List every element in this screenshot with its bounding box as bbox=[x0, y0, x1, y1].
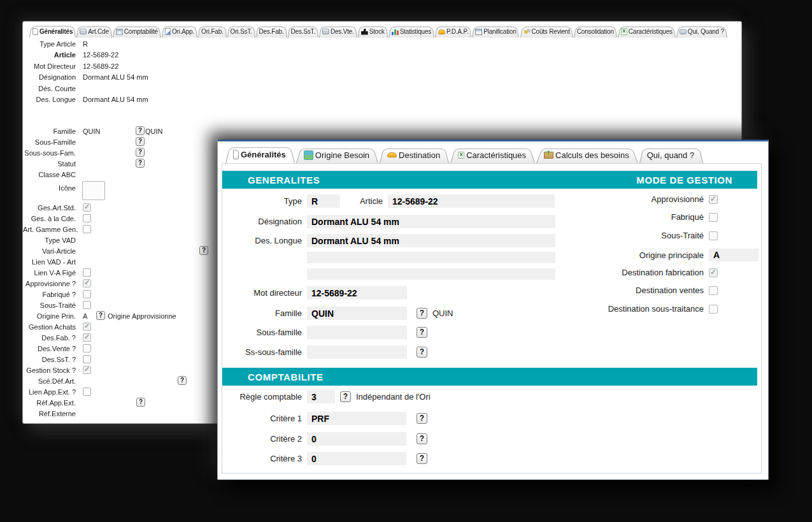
critere-2-help-button[interactable]: ? bbox=[417, 433, 427, 444]
besoin-tab-caract-ristiques[interactable]: Caractéristiques bbox=[450, 147, 535, 163]
mode-row-sous-trait: Sous-Traité bbox=[485, 231, 718, 240]
tab-label: Ori.Fab. bbox=[201, 28, 224, 35]
sous-sous-fam-help-button[interactable]: ? bbox=[136, 148, 145, 157]
field-row-d-signation: DésignationDormant ALU 54 mm bbox=[23, 72, 148, 83]
section-title-generalites: GENERALITES bbox=[248, 175, 320, 185]
besoin-tab-calculs-des-besoins[interactable]: Calculs des besoins bbox=[536, 147, 638, 163]
ss-sous-famille-help-button[interactable]: ? bbox=[417, 347, 427, 358]
article-tab-des-vte[interactable]: Des.Vte. bbox=[319, 25, 357, 38]
article-tab-comptabilit[interactable]: Comptabilité bbox=[113, 25, 161, 38]
field-row-statut: Statut? bbox=[23, 158, 101, 169]
des-fab-checkbox[interactable] bbox=[83, 333, 91, 342]
fabriqu-checkbox[interactable] bbox=[709, 213, 718, 222]
r-f-externe-label: Réf.Externe bbox=[23, 410, 76, 417]
article-tab-art-cde[interactable]: Art.Cde bbox=[76, 25, 112, 38]
besoin-window-tabbar: GénéralitésOrigine BesoinDestinationCara… bbox=[225, 145, 704, 163]
art-gamme-gen-checkbox[interactable] bbox=[83, 225, 91, 233]
besoin-tab-g-n-ralit-s[interactable]: Généralités bbox=[225, 145, 295, 163]
des-sst-checkbox[interactable] bbox=[83, 355, 91, 363]
sous-sous-fam-label: Sous-sous-Fam. bbox=[23, 149, 76, 157]
fabriqu-checkbox[interactable] bbox=[83, 290, 91, 298]
article-tab-statistiques[interactable]: Statistiques bbox=[388, 25, 434, 38]
origine-prin-help-button[interactable]: ? bbox=[96, 311, 105, 320]
statut-help-button[interactable]: ? bbox=[136, 159, 145, 168]
gestion-stock-checkbox[interactable] bbox=[83, 366, 91, 374]
sous-trait-checkbox[interactable] bbox=[83, 301, 91, 309]
article-tab-p-d-a-p[interactable]: P.D.A.P. bbox=[435, 25, 471, 38]
field-row-ges-la-cde: Ges. à la Cde. bbox=[23, 213, 91, 224]
sous-famille-help-button[interactable]: ? bbox=[417, 327, 427, 338]
article-tab-planification[interactable]: Planification bbox=[472, 25, 519, 38]
origine-principale-field[interactable]: A bbox=[709, 249, 759, 261]
sous-famille-label: Sous-Famille bbox=[23, 138, 76, 146]
sc-d-f-art-help-button[interactable]: ? bbox=[178, 376, 187, 385]
article-flags-fields: Ges.Art.Std.Ges. à la Cde.Art. Gamme Gen… bbox=[23, 202, 91, 419]
critere-2-field[interactable]: 0 bbox=[307, 432, 406, 446]
hardhat-icon bbox=[387, 152, 397, 157]
article-tab-ori-fab[interactable]: Ori.Fab. bbox=[198, 25, 227, 38]
box-icon bbox=[544, 152, 553, 159]
ges-art-std-checkbox[interactable] bbox=[83, 203, 91, 212]
regle-comptable-help-button[interactable]: ? bbox=[340, 391, 351, 402]
des-vente-label: Des.Vente ? bbox=[23, 345, 76, 352]
sous-trait-checkbox[interactable] bbox=[709, 231, 718, 240]
article-tab-stock[interactable]: Stock bbox=[358, 25, 388, 38]
regle-comptable-field[interactable]: 3 bbox=[307, 390, 335, 403]
critere-1-help-button[interactable]: ? bbox=[417, 413, 427, 424]
gestion-achats-checkbox[interactable] bbox=[83, 323, 91, 331]
article-tab-des-sst[interactable]: Des.SsT. bbox=[288, 25, 318, 38]
destination-sous-traitance-label: Destination sous-traitance bbox=[485, 304, 704, 314]
besoin-tab-destination[interactable]: Destination bbox=[380, 147, 449, 163]
critere-3-help-button[interactable]: ? bbox=[417, 453, 427, 464]
article-tab-consolidation[interactable]: Consolidation bbox=[574, 25, 617, 38]
tab-label: Ori.App. bbox=[172, 28, 194, 35]
des-vente-checkbox[interactable] bbox=[83, 344, 91, 352]
approvisionne-checkbox[interactable] bbox=[83, 279, 91, 287]
page-icon bbox=[165, 28, 171, 35]
destination-sous-traitance-checkbox[interactable] bbox=[709, 305, 718, 314]
besoin-tab-qui-quand[interactable]: Qui, quand ? bbox=[639, 147, 703, 163]
screenshot-stage: GénéralitésArt.CdeComptabilitéOri.App.Or… bbox=[0, 0, 812, 522]
lien-v-a-fig-checkbox[interactable] bbox=[83, 268, 91, 277]
critere-1-field[interactable]: PRF bbox=[307, 412, 406, 425]
r-f-app-ext-help-button[interactable]: ? bbox=[136, 398, 145, 407]
coins-icon bbox=[524, 28, 531, 35]
ges-la-cde-checkbox[interactable] bbox=[83, 214, 91, 222]
mot-directeur-field[interactable]: 12-5689-22 bbox=[307, 286, 407, 300]
tab-label: Caractéristiques bbox=[466, 150, 526, 160]
icone-box[interactable] bbox=[82, 181, 105, 200]
des-longue-value: Dormant ALU 54 mm bbox=[83, 96, 148, 103]
approvisionn-checkbox[interactable] bbox=[709, 195, 718, 204]
destination-fabrication-checkbox[interactable] bbox=[709, 268, 718, 277]
vari-article-help-button[interactable]: ? bbox=[199, 246, 208, 255]
famille-help-button[interactable]: ? bbox=[136, 126, 145, 135]
article-value: 12-5689-22 bbox=[83, 51, 118, 59]
mot-directeur-value: 12-5689-22 bbox=[83, 62, 118, 70]
article-tab-g-n-ralit-s[interactable]: Généralités bbox=[29, 25, 76, 38]
sous-famille-help-button[interactable]: ? bbox=[136, 137, 145, 146]
doc-icon bbox=[32, 28, 38, 35]
d-signation-value: Dormant ALU 54 mm bbox=[83, 73, 148, 81]
article-tab-caract-ristiques[interactable]: Caractéristiques bbox=[618, 25, 676, 38]
destination-ventes-checkbox[interactable] bbox=[709, 286, 718, 295]
article-tab-des-fab[interactable]: Des.Fab. bbox=[256, 25, 287, 38]
row-critere-2: Critère 2 0 ? bbox=[223, 432, 427, 446]
row-ss-sous-famille: Ss-sous-famille ? bbox=[223, 345, 427, 359]
type-field[interactable]: R bbox=[307, 194, 340, 208]
sous-famille-field[interactable] bbox=[307, 326, 407, 339]
critere-3-field[interactable]: 0 bbox=[307, 452, 406, 465]
ss-sous-famille-field[interactable] bbox=[307, 345, 407, 359]
famille-help-button[interactable]: ? bbox=[417, 308, 427, 319]
lien-app-ext-checkbox[interactable] bbox=[83, 388, 91, 396]
field-row-type-article: Type ArticleR bbox=[23, 38, 148, 50]
article-tab-ori-sst[interactable]: Ori.SsT. bbox=[227, 25, 255, 38]
section-band-comptabilite: COMPTABILITE bbox=[222, 368, 757, 386]
besoin-tab-origine-besoin[interactable]: Origine Besoin bbox=[296, 147, 378, 163]
classe-abc-label: Classe ABC bbox=[23, 171, 76, 178]
article-tab-ori-app[interactable]: Ori.App. bbox=[162, 25, 197, 38]
famille-field[interactable]: QUIN bbox=[307, 307, 407, 320]
article-tab-co-ts-revient[interactable]: Coûts Revient bbox=[520, 25, 573, 38]
field-row-approvisionne: Approvisionne ? bbox=[23, 278, 91, 289]
article-tab-qui-quand[interactable]: Qui, Quand ? bbox=[676, 25, 727, 38]
tab-label: Des.Fab. bbox=[259, 28, 284, 35]
